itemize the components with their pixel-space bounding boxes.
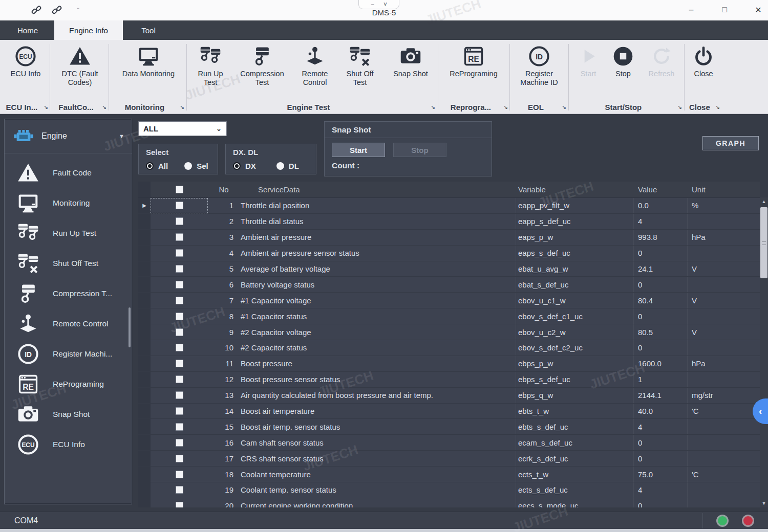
table-row[interactable]: 4 Ambient air pressure sensor status eap… bbox=[138, 246, 760, 261]
table-row[interactable]: 16 Cam shaft sensor status ecam_s_def_uc… bbox=[138, 435, 760, 451]
dialog-launcher-icon[interactable]: ↘ bbox=[503, 104, 508, 110]
graph-button[interactable]: GRAPH bbox=[702, 136, 759, 150]
sidebar-item-snap-shot[interactable]: Snap Shot bbox=[5, 402, 132, 427]
minimize-button[interactable]: – bbox=[684, 3, 699, 16]
dialog-launcher-icon[interactable]: ↘ bbox=[677, 104, 682, 110]
select-all-checkbox[interactable] bbox=[176, 186, 183, 193]
table-row[interactable]: 10 #2 Capacitor status ebov_s_def_c2_uc … bbox=[138, 340, 760, 356]
table-row[interactable]: 12 Boost pressure sensor status ebps_s_d… bbox=[138, 372, 760, 388]
row-checkbox[interactable] bbox=[176, 486, 183, 494]
row-checkbox[interactable] bbox=[176, 455, 183, 462]
table-scrollbar[interactable]: ▲ ▼ bbox=[760, 197, 768, 507]
row-checkbox[interactable] bbox=[176, 249, 183, 257]
table-row[interactable]: 7 #1 Capacitor voltage ebov_u_c1_w 80.4 … bbox=[138, 293, 760, 308]
dialog-launcher-icon[interactable]: ↘ bbox=[102, 104, 106, 110]
row-checkbox[interactable] bbox=[176, 313, 183, 320]
tab-engine-info[interactable]: Engine Info bbox=[54, 20, 123, 40]
sidebar-item-register-machine-id[interactable]: Register Machi... bbox=[5, 341, 132, 367]
row-checkbox[interactable] bbox=[176, 217, 183, 225]
row-checkbox[interactable] bbox=[176, 233, 183, 241]
chevron-down-icon[interactable]: ▼ bbox=[119, 133, 124, 139]
table-row[interactable]: 20 Current engine working condition eecs… bbox=[138, 498, 760, 507]
sidebar-item-fault-code[interactable]: Fault Code bbox=[5, 160, 132, 186]
table-row[interactable]: 15 Boost air temp. sensor status ebts_s_… bbox=[138, 419, 760, 435]
ribbon-button-reprogramming[interactable]: RePrograming bbox=[441, 44, 506, 78]
row-checkbox[interactable] bbox=[176, 375, 183, 383]
dialog-launcher-icon[interactable]: ↘ bbox=[431, 104, 435, 110]
ribbon-group-start-stop[interactable]: Start/Stop ↘ bbox=[571, 101, 682, 113]
row-checkbox[interactable] bbox=[176, 344, 183, 351]
row-checkbox[interactable] bbox=[176, 407, 183, 415]
sidebar-item-shut-off-test[interactable]: Shut Off Test bbox=[5, 251, 132, 276]
radio-sel[interactable]: Sel bbox=[184, 162, 208, 170]
snapshot-start-button[interactable]: Start bbox=[332, 143, 385, 157]
ribbon-group-fault[interactable]: FaultCo... ↘ bbox=[52, 101, 106, 113]
sidebar-system-selector[interactable]: Engine ▼ bbox=[5, 119, 132, 153]
table-row[interactable]: 18 Coolant temperature ects_t_w 75.0 'C bbox=[138, 467, 760, 482]
row-checkbox[interactable] bbox=[176, 439, 183, 447]
ribbon-button-register-machine-id[interactable]: Register Machine ID bbox=[513, 44, 565, 86]
dialog-launcher-icon[interactable]: ↘ bbox=[180, 104, 184, 110]
col-header-servicedata[interactable]: ServiceData bbox=[240, 185, 516, 194]
ribbon-button-ecu-info[interactable]: ECU Info bbox=[4, 44, 47, 78]
row-checkbox[interactable] bbox=[176, 423, 183, 431]
col-header-variable[interactable]: Variable bbox=[516, 182, 634, 197]
table-row[interactable]: 19 Coolant temp. sensor status ects_s_de… bbox=[138, 482, 760, 498]
ribbon-button-close[interactable]: Close bbox=[687, 44, 720, 78]
popup-caret-icon[interactable]: ˅ bbox=[383, 2, 387, 8]
filter-dropdown[interactable]: ALL ⌄ bbox=[138, 121, 227, 136]
row-checkbox[interactable] bbox=[176, 281, 183, 289]
tab-tool[interactable]: Tool bbox=[129, 20, 168, 40]
table-row[interactable]: 11 Boost pressure ebps_p_w 1600.0 hPa bbox=[138, 356, 760, 372]
dialog-launcher-icon[interactable]: ↘ bbox=[715, 104, 720, 110]
row-checkbox[interactable] bbox=[176, 328, 183, 336]
ribbon-button-run-up-test[interactable]: Run Up Test bbox=[190, 44, 230, 86]
table-row[interactable]: ▶ 1 Throttle dial position eapp_pv_filt_… bbox=[138, 198, 760, 214]
tab-home[interactable]: Home bbox=[5, 20, 50, 40]
ribbon-button-shut-off-test[interactable]: Shut Off Test bbox=[340, 44, 380, 86]
table-row[interactable]: 9 #2 Capacitor voltage ebov_u_c2_w 80.5 … bbox=[138, 324, 760, 340]
ribbon-group-engine-test[interactable]: Engine Test ↘ bbox=[188, 101, 435, 113]
sidebar-item-compression-test[interactable]: Compression T... bbox=[5, 281, 132, 306]
ribbon-button-compression-test[interactable]: Compression Test bbox=[234, 44, 290, 86]
ribbon-button-data-monitoring[interactable]: Data Monitoring bbox=[113, 44, 184, 78]
ribbon-button-stop[interactable]: Stop bbox=[607, 44, 639, 78]
dialog-launcher-icon[interactable]: ↘ bbox=[44, 104, 48, 110]
table-row[interactable]: 5 Average of battery voltage ebat_u_avg_… bbox=[138, 261, 760, 277]
scroll-up-icon[interactable]: ▲ bbox=[760, 197, 768, 206]
ribbon-group-eol[interactable]: EOL ↘ bbox=[512, 101, 566, 113]
row-checkbox[interactable] bbox=[176, 360, 183, 367]
row-checkbox[interactable] bbox=[176, 471, 183, 478]
scroll-down-icon[interactable]: ▼ bbox=[760, 499, 768, 507]
sidebar-item-monitoring[interactable]: Monitoring bbox=[5, 190, 132, 216]
table-row[interactable]: 17 CRS shaft sensor status ecrk_s_def_uc… bbox=[138, 451, 760, 467]
ribbon-group-reprogram[interactable]: Reprogra... ↘ bbox=[440, 101, 508, 113]
radio-unselected-icon[interactable] bbox=[184, 162, 192, 170]
scrollbar-thumb[interactable] bbox=[760, 207, 767, 278]
row-checkbox[interactable] bbox=[176, 502, 183, 507]
radio-all[interactable]: All bbox=[146, 162, 168, 170]
ribbon-button-remote-control[interactable]: Remote Control bbox=[293, 44, 337, 86]
col-header-value[interactable]: Value bbox=[634, 185, 688, 194]
radio-dx[interactable]: DX bbox=[233, 162, 256, 170]
radio-selected-icon[interactable] bbox=[146, 162, 154, 170]
table-row[interactable]: 13 Air quantity calculated from boost pr… bbox=[138, 388, 760, 404]
ribbon-group-monitoring[interactable]: Monitoring ↘ bbox=[112, 101, 184, 113]
ribbon-button-snap-shot[interactable]: Snap Shot bbox=[385, 44, 436, 78]
sidebar-item-ecu-info[interactable]: ECU Info bbox=[5, 432, 132, 457]
radio-selected-icon[interactable] bbox=[233, 162, 241, 170]
radio-dl[interactable]: DL bbox=[276, 162, 299, 170]
row-checkbox[interactable] bbox=[176, 297, 183, 304]
sidebar-item-run-up-test[interactable]: Run Up Test bbox=[5, 220, 132, 246]
row-checkbox[interactable] bbox=[176, 265, 183, 273]
sidebar-item-remote-control[interactable]: Remote Control bbox=[5, 311, 132, 337]
close-button[interactable]: ✕ bbox=[751, 3, 766, 16]
row-checkbox[interactable] bbox=[176, 202, 183, 209]
table-row[interactable]: 8 #1 Capacitor status ebov_s_def_c1_uc 0 bbox=[138, 308, 760, 324]
table-row[interactable]: 6 Battery voltage status ebat_s_def_uc 0 bbox=[138, 277, 760, 293]
sidebar-item-reprogramming[interactable]: RePrograming bbox=[5, 371, 132, 397]
row-checkbox[interactable] bbox=[176, 391, 183, 399]
popup-minimize-icon[interactable]: − bbox=[371, 2, 374, 8]
table-row[interactable]: 14 Boost air temperature ebts_t_w 40.0 '… bbox=[138, 404, 760, 419]
col-header-no[interactable]: No bbox=[208, 185, 240, 194]
